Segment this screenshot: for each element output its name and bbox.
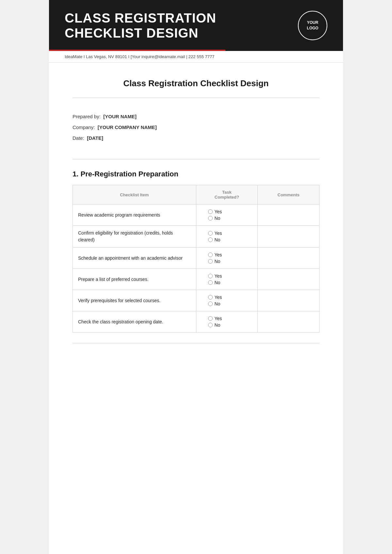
divider-top: [73, 98, 319, 98]
main-content: Class Registration Checklist Design Prep…: [49, 63, 343, 359]
header-title-line1: CLASS REGISTRATION: [65, 11, 216, 25]
radio-label-no-4: No: [215, 301, 220, 306]
comments-cell-1: [258, 226, 319, 248]
date-label: Date:: [73, 135, 84, 141]
radio-label-no-1: No: [215, 237, 220, 242]
page: CLASS REGISTRATION CHECKLIST DESIGN YOUR…: [49, 0, 343, 554]
item-cell-3: Prepare a list of preferred courses.: [73, 269, 196, 290]
radio-label-no-5: No: [215, 322, 220, 328]
header-accent-bar: [49, 50, 343, 51]
radio-row-no-5[interactable]: No: [202, 322, 253, 328]
section1-title: 1. Pre-Registration Preparation: [73, 170, 319, 178]
item-cell-4: Verify prerequisites for selected course…: [73, 290, 196, 311]
radio-row-no-2[interactable]: No: [202, 258, 253, 265]
comments-cell-3: [258, 269, 319, 290]
comments-cell-0: [258, 204, 319, 226]
logo-line1: YOUR: [307, 20, 318, 25]
radio-row-no-4[interactable]: No: [202, 301, 253, 307]
radio-icon-no-4: [208, 301, 213, 306]
col-header-item: Checklist Item: [73, 185, 196, 204]
header-title: CLASS REGISTRATION CHECKLIST DESIGN: [65, 10, 216, 41]
document-title: Class Registration Checklist Design: [73, 78, 319, 89]
radio-row-no-3[interactable]: No: [202, 279, 253, 286]
contact-bar: IdeaMate I Las Vegas, NV 89101 I [Your i…: [49, 51, 343, 63]
company-label: Company:: [73, 124, 95, 130]
task-cell-1: YesNo: [196, 226, 258, 248]
radio-row-yes-4[interactable]: Yes: [202, 294, 253, 301]
bottom-divider: [73, 343, 319, 343]
header-title-line2: CHECKLIST DESIGN: [65, 26, 198, 40]
radio-row-yes-2[interactable]: Yes: [202, 252, 253, 258]
radio-row-yes-1[interactable]: Yes: [202, 230, 253, 236]
table-header-row: Checklist Item TaskCompleted? Comments: [73, 185, 319, 204]
radio-icon-no-0: [208, 216, 213, 220]
company-row: Company: [YOUR COMPANY NAME]: [73, 122, 319, 133]
company-value: [YOUR COMPANY NAME]: [98, 124, 157, 130]
task-cell-5: YesNo: [196, 311, 258, 333]
prepared-by-row: Prepared by: [YOUR NAME]: [73, 111, 319, 122]
radio-row-yes-5[interactable]: Yes: [202, 315, 253, 322]
radio-label-yes-3: Yes: [215, 273, 222, 279]
radio-label-no-0: No: [215, 216, 220, 221]
radio-label-no-3: No: [215, 280, 220, 285]
radio-label-yes-0: Yes: [215, 209, 222, 214]
radio-row-yes-3[interactable]: Yes: [202, 273, 253, 279]
contact-text: IdeaMate I Las Vegas, NV 89101 I [Your i…: [65, 54, 214, 59]
item-cell-1: Confirm eligibility for registration (cr…: [73, 226, 196, 248]
radio-icon-no-1: [208, 237, 213, 242]
date-value: [DATE]: [87, 135, 103, 141]
logo-line2: LOGO: [307, 25, 318, 31]
table-row: Schedule an appointment with an academic…: [73, 248, 319, 269]
task-cell-2: YesNo: [196, 248, 258, 269]
date-row: Date: [DATE]: [73, 133, 319, 143]
item-cell-5: Check the class registration opening dat…: [73, 311, 196, 333]
comments-cell-2: [258, 248, 319, 269]
col-header-comments: Comments: [258, 185, 319, 204]
radio-icon-yes-5: [208, 316, 213, 321]
task-cell-4: YesNo: [196, 290, 258, 311]
item-cell-2: Schedule an appointment with an academic…: [73, 248, 196, 269]
radio-label-yes-4: Yes: [215, 295, 222, 300]
header: CLASS REGISTRATION CHECKLIST DESIGN YOUR…: [49, 0, 343, 51]
radio-row-yes-0[interactable]: Yes: [202, 208, 253, 215]
prepared-by-label: Prepared by:: [73, 114, 101, 119]
table-row: Verify prerequisites for selected course…: [73, 290, 319, 311]
radio-icon-yes-3: [208, 274, 213, 278]
radio-icon-yes-0: [208, 209, 213, 214]
prepared-by-value: [YOUR NAME]: [103, 114, 137, 119]
checklist-table: Checklist Item TaskCompleted? Comments R…: [73, 185, 319, 333]
comments-cell-5: [258, 311, 319, 333]
divider-middle: [73, 159, 319, 159]
meta-section: Prepared by: [YOUR NAME] Company: [YOUR …: [73, 106, 319, 151]
table-row: Check the class registration opening dat…: [73, 311, 319, 333]
radio-label-yes-2: Yes: [215, 252, 222, 257]
radio-icon-no-2: [208, 259, 213, 264]
table-row: Prepare a list of preferred courses.YesN…: [73, 269, 319, 290]
radio-row-no-1[interactable]: No: [202, 236, 253, 243]
table-row: Review academic program requirementsYesN…: [73, 204, 319, 226]
radio-icon-yes-2: [208, 253, 213, 257]
radio-icon-yes-1: [208, 231, 213, 236]
radio-label-yes-1: Yes: [215, 231, 222, 236]
logo: YOUR LOGO: [298, 11, 327, 40]
task-cell-3: YesNo: [196, 269, 258, 290]
task-cell-0: YesNo: [196, 204, 258, 226]
item-cell-0: Review academic program requirements: [73, 204, 196, 226]
radio-icon-no-3: [208, 280, 213, 285]
comments-cell-4: [258, 290, 319, 311]
radio-label-yes-5: Yes: [215, 316, 222, 321]
table-row: Confirm eligibility for registration (cr…: [73, 226, 319, 248]
radio-icon-no-5: [208, 323, 213, 327]
radio-row-no-0[interactable]: No: [202, 215, 253, 221]
col-header-task: TaskCompleted?: [196, 185, 258, 204]
radio-label-no-2: No: [215, 259, 220, 264]
radio-icon-yes-4: [208, 295, 213, 300]
